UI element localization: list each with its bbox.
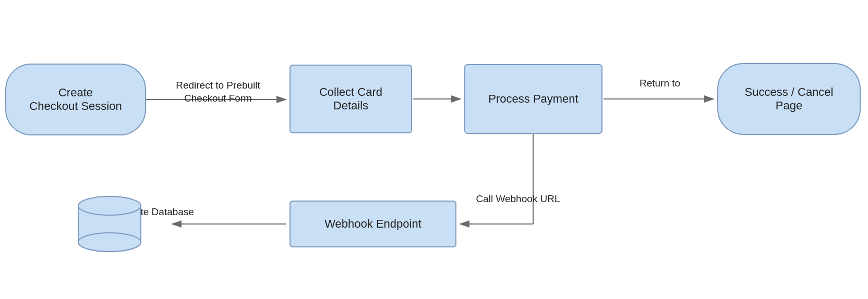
svg-point-11 bbox=[78, 233, 141, 252]
process-payment-label: Process Payment bbox=[488, 92, 578, 106]
diagram: CreateCheckout Session Redirect to Prebu… bbox=[0, 0, 868, 299]
collect-card-details-node: Collect CardDetails bbox=[290, 65, 412, 133]
collect-card-label: Collect CardDetails bbox=[319, 85, 382, 113]
success-cancel-node: Success / CancelPage bbox=[717, 63, 861, 135]
database-cylinder bbox=[73, 193, 146, 255]
process-payment-node: Process Payment bbox=[464, 64, 602, 134]
call-webhook-label: Call Webhook URL bbox=[463, 193, 573, 206]
return-to-label: Return to bbox=[608, 77, 712, 90]
create-checkout-label: CreateCheckout Session bbox=[29, 86, 122, 113]
success-cancel-label: Success / CancelPage bbox=[745, 85, 834, 113]
webhook-endpoint-label: Webhook Endpoint bbox=[324, 217, 421, 231]
create-checkout-session-node: CreateCheckout Session bbox=[5, 64, 146, 135]
svg-point-8 bbox=[78, 196, 141, 215]
webhook-endpoint-node: Webhook Endpoint bbox=[290, 201, 456, 247]
redirect-label: Redirect to PrebuiltCheckout Form bbox=[150, 79, 286, 105]
